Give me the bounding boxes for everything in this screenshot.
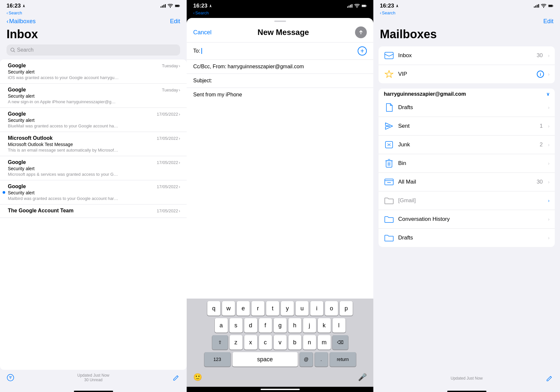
table-row[interactable]: Google Tuesday › Security alert A new si… (0, 84, 187, 108)
list-item-conversation-history[interactable]: Conversation History › (379, 210, 555, 229)
clock-1: 16:23 (7, 3, 21, 9)
to-value[interactable] (201, 48, 358, 54)
list-item-drafts[interactable]: Drafts › (379, 98, 555, 117)
junk-icon (384, 139, 394, 150)
keyboard-row-2: a s d f g h j k l (188, 318, 372, 333)
compose-icon-3[interactable] (546, 374, 553, 382)
compose-title: New Message (258, 28, 309, 37)
cc-field[interactable]: Cc/Bcc, From: harryguinnesszapier@gmail.… (187, 59, 373, 74)
email-sender: Google (8, 63, 26, 69)
key-w[interactable]: w (222, 301, 235, 316)
shift-key[interactable]: ⇧ (212, 335, 228, 350)
inbox-count: 30 (536, 52, 543, 59)
at-key[interactable]: @ (300, 352, 313, 367)
key-o[interactable]: o (325, 301, 338, 316)
inbox-vip-section: Inbox 30 › VIP i › (379, 46, 555, 83)
table-row[interactable]: Google 17/05/2022 › Security alert Mailb… (0, 180, 187, 204)
edit-btn-1[interactable]: Edit (170, 18, 180, 25)
back-label-3[interactable]: Search (382, 10, 395, 15)
key-j[interactable]: j (303, 318, 316, 333)
list-item-sent[interactable]: Sent 1 › (379, 117, 555, 136)
inbox-panel: 16:23 (0, 0, 187, 392)
email-sender: Microsoft Outlook (8, 135, 53, 141)
svg-rect-3 (163, 5, 164, 8)
key-r[interactable]: r (251, 301, 264, 316)
key-q[interactable]: q (207, 301, 220, 316)
list-item-drafts-account[interactable]: Drafts › (379, 229, 555, 247)
numbers-key[interactable]: 123 (204, 352, 230, 367)
filter-icon[interactable] (7, 374, 14, 382)
key-g[interactable]: g (274, 318, 287, 333)
svg-rect-28 (553, 5, 553, 6)
key-f[interactable]: f (259, 318, 272, 333)
compose-icon[interactable] (172, 374, 180, 382)
list-item-junk[interactable]: Junk 2 › (379, 136, 555, 154)
period-key[interactable]: . (315, 352, 328, 367)
mic-key[interactable]: 🎤 (355, 370, 369, 384)
chevron-down-icon[interactable]: ∨ (546, 91, 550, 97)
table-row[interactable]: Google Tuesday › Security alert iOS was … (0, 59, 187, 84)
mailboxes-label[interactable]: Mailboxes (9, 18, 36, 25)
key-v[interactable]: v (274, 335, 287, 350)
mailboxes-link[interactable]: ‹ Mailboxes (7, 18, 36, 25)
emoji-key[interactable]: 🙂 (191, 370, 205, 384)
key-t[interactable]: t (266, 301, 279, 316)
table-row[interactable]: The Google Account Team 17/05/2022 › (0, 204, 187, 218)
list-item-gmail[interactable]: [Gmail] › (379, 191, 555, 210)
key-a[interactable]: a (215, 318, 228, 333)
cancel-button[interactable]: Cancel (193, 29, 212, 36)
key-b[interactable]: b (288, 335, 301, 350)
email-date: 17/05/2022 › (157, 208, 180, 213)
back-label-2[interactable]: Search (195, 10, 209, 15)
key-l[interactable]: l (332, 318, 346, 333)
account-header[interactable]: harryguinnesszapier@gmail.com ∨ (379, 89, 555, 98)
svg-rect-21 (362, 5, 366, 7)
key-s[interactable]: s (229, 318, 243, 333)
table-row[interactable]: Google 17/05/2022 › Security alert Micro… (0, 156, 187, 180)
key-u[interactable]: u (296, 301, 309, 316)
keyboard-row-4: 123 space @ . return (188, 352, 372, 367)
list-item-bin[interactable]: Bin › (379, 154, 555, 173)
search-bar[interactable]: Search (7, 44, 180, 56)
key-y[interactable]: y (281, 301, 294, 316)
bottom-bar-1: Updated Just Now 30 Unread (0, 370, 187, 389)
table-row[interactable]: Google 17/05/2022 › Security alert BlueM… (0, 108, 187, 132)
key-n[interactable]: n (303, 335, 316, 350)
to-field[interactable]: To: + (187, 42, 373, 59)
vip-info-button[interactable]: i (537, 71, 544, 78)
space-key[interactable]: space (232, 352, 298, 367)
back-search-1[interactable]: ‹ Search (0, 10, 187, 17)
key-h[interactable]: h (288, 318, 301, 333)
bottom-bar-3: Updated Just Now (373, 371, 560, 389)
email-sender: Google (8, 87, 26, 93)
subject-label: Subject: (193, 78, 212, 84)
key-m[interactable]: m (318, 335, 331, 350)
back-label-1[interactable]: Search (8, 10, 22, 15)
list-item-inbox[interactable]: Inbox 30 › (379, 46, 555, 65)
key-x[interactable]: x (244, 335, 257, 350)
subject-field[interactable]: Subject: (187, 74, 373, 88)
list-item-vip[interactable]: VIP i › (379, 65, 555, 83)
key-i[interactable]: i (310, 301, 323, 316)
back-search-3[interactable]: ‹ Search (373, 10, 560, 17)
key-k[interactable]: k (318, 318, 331, 333)
key-p[interactable]: p (340, 301, 353, 316)
list-item-allmail[interactable]: All Mail 30 › (379, 173, 555, 191)
compose-body[interactable]: Sent from my iPhone (187, 88, 373, 299)
return-key[interactable]: return (330, 352, 356, 367)
clock-3: 16:23 (380, 3, 394, 9)
email-preview: Microsoft apps & services was granted ac… (8, 172, 119, 177)
key-e[interactable]: e (237, 301, 250, 316)
key-z[interactable]: z (229, 335, 243, 350)
vip-label: VIP (398, 71, 533, 77)
key-d[interactable]: d (244, 318, 257, 333)
delete-key[interactable]: ⌫ (332, 335, 348, 350)
send-button[interactable] (355, 26, 367, 38)
back-search-2[interactable]: ‹ Search (187, 10, 373, 17)
key-c[interactable]: c (259, 335, 272, 350)
chevron-right-icon: › (548, 105, 550, 110)
table-row[interactable]: Microsoft Outlook 17/05/2022 › Microsoft… (0, 132, 187, 156)
sent-icon (384, 121, 394, 131)
edit-btn-3[interactable]: Edit (543, 18, 553, 25)
add-contact-button[interactable]: + (358, 46, 367, 56)
